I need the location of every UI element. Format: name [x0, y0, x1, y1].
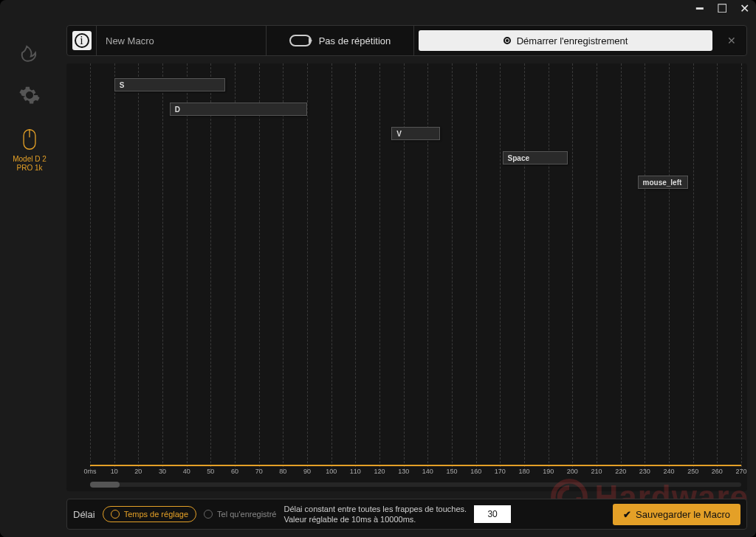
gridline — [693, 63, 694, 471]
record-cell: Démarrer l'enregistrement — [414, 26, 717, 55]
gridline — [452, 63, 453, 471]
radio-icon — [111, 510, 120, 519]
timeline-scrollbar[interactable] — [90, 482, 741, 487]
app-window: ━ ☐ ✕ Model D 2 PRO 1k — [0, 0, 756, 537]
macro-block[interactable]: Space — [503, 151, 568, 164]
save-macro-button[interactable]: ✔ Sauvegarder le Macro — [613, 504, 740, 525]
macro-block[interactable]: D — [170, 103, 307, 116]
axis-tick: 10 — [111, 468, 118, 475]
gridline — [90, 63, 91, 471]
gridline — [162, 63, 163, 471]
axis-tick: 250 — [687, 468, 698, 475]
info-icon: i — [75, 33, 89, 48]
gridline — [427, 63, 428, 471]
delay-label: Délai — [73, 509, 95, 520]
axis-tick: 170 — [495, 468, 506, 475]
gridline — [235, 63, 236, 471]
gridline — [283, 63, 284, 471]
window-minimize-button[interactable]: ━ — [693, 3, 707, 15]
timeline-ticks: 0ms1020304050607080901001101201301401501… — [66, 468, 747, 478]
mouse-icon — [18, 128, 41, 150]
timeline-canvas[interactable]: SDVSpacemouse_left 0ms102030405060708090… — [66, 63, 747, 491]
gridline — [404, 63, 405, 471]
footer-bar: Délai Temps de réglage Tel qu'enregistré… — [66, 499, 747, 530]
gridline — [138, 63, 139, 471]
timeline-axis — [90, 465, 741, 466]
gridline — [524, 63, 525, 471]
gridline — [621, 63, 622, 471]
window-maximize-button[interactable]: ☐ — [715, 3, 729, 15]
gridline — [741, 63, 742, 471]
axis-tick: 120 — [374, 468, 385, 475]
axis-tick: 220 — [615, 468, 626, 475]
axis-tick: 100 — [326, 468, 337, 475]
repeat-label: Pas de répétition — [319, 35, 391, 46]
close-panel-button[interactable]: ✕ — [717, 26, 746, 55]
axis-tick: 150 — [446, 468, 457, 475]
window-titlebar: ━ ☐ ✕ — [0, 0, 756, 18]
check-icon: ✔ — [623, 509, 631, 520]
window-close-button[interactable]: ✕ — [737, 3, 752, 15]
axis-tick: 160 — [470, 468, 481, 475]
delay-mode-fixed[interactable]: Temps de réglage — [103, 506, 196, 522]
gear-icon — [18, 84, 41, 106]
macro-toolbar: i New Macro Pas de répétition Démarrer l… — [66, 25, 747, 56]
gridline — [476, 63, 477, 471]
gridline — [572, 63, 573, 471]
gridline — [355, 63, 356, 471]
axis-tick: 30 — [159, 468, 166, 475]
axis-tick: 110 — [350, 468, 361, 475]
axis-tick: 20 — [134, 468, 142, 475]
axis-tick: 240 — [663, 468, 674, 475]
axis-tick: 130 — [398, 468, 409, 475]
repeat-mode-button[interactable]: Pas de répétition — [267, 26, 414, 55]
scrollbar-thumb[interactable] — [90, 482, 120, 488]
repeat-icon — [289, 35, 312, 46]
gridline — [114, 63, 115, 471]
axis-tick: 230 — [639, 468, 650, 475]
axis-tick: 210 — [591, 468, 602, 475]
gridline — [259, 63, 260, 471]
axis-tick: 0ms — [83, 468, 96, 475]
sidebar-item-settings[interactable] — [18, 84, 41, 106]
axis-tick: 260 — [712, 468, 723, 475]
axis-tick: 60 — [231, 468, 238, 475]
axis-tick: 200 — [567, 468, 578, 475]
gridline — [210, 63, 211, 471]
axis-tick: 140 — [422, 468, 433, 475]
radio-icon — [204, 510, 213, 519]
gridline — [331, 63, 332, 471]
sidebar-device-label: Model D 2 PRO 1k — [13, 155, 47, 173]
macro-block[interactable]: mouse_left — [638, 176, 689, 189]
axis-tick: 70 — [255, 468, 263, 475]
gridline — [549, 63, 549, 471]
delay-mode-asrecorded[interactable]: Tel qu'enregistré — [204, 510, 276, 519]
macro-name-field[interactable]: New Macro — [97, 26, 267, 55]
delay-hint: Délai constant entre toutes les frappes … — [284, 504, 467, 525]
start-recording-button[interactable]: Démarrer l'enregistrement — [419, 30, 712, 51]
record-icon — [504, 37, 511, 44]
gridline — [669, 63, 670, 471]
info-button[interactable]: i — [67, 26, 97, 55]
axis-tick: 180 — [518, 468, 529, 475]
axis-tick: 90 — [303, 468, 311, 475]
flame-icon — [18, 40, 41, 62]
sidebar-item-device[interactable]: Model D 2 PRO 1k — [13, 128, 47, 173]
axis-tick: 190 — [543, 468, 554, 475]
gridline — [717, 63, 718, 471]
gridline — [307, 63, 308, 471]
axis-tick: 40 — [183, 468, 190, 475]
delay-input[interactable] — [474, 505, 511, 523]
macro-block[interactable]: V — [391, 127, 439, 140]
gridline — [597, 63, 597, 471]
record-label: Démarrer l'enregistrement — [517, 35, 628, 46]
gridline — [379, 63, 380, 471]
axis-tick: 80 — [279, 468, 286, 475]
sidebar-item-home[interactable] — [18, 40, 41, 62]
main-panel: i New Macro Pas de répétition Démarrer l… — [59, 18, 756, 537]
gridline — [187, 63, 188, 471]
app-body: Model D 2 PRO 1k i New Macro Pas de répé… — [0, 18, 756, 537]
gridline — [500, 63, 501, 471]
macro-block[interactable]: S — [114, 78, 225, 91]
axis-tick: 270 — [735, 468, 746, 475]
